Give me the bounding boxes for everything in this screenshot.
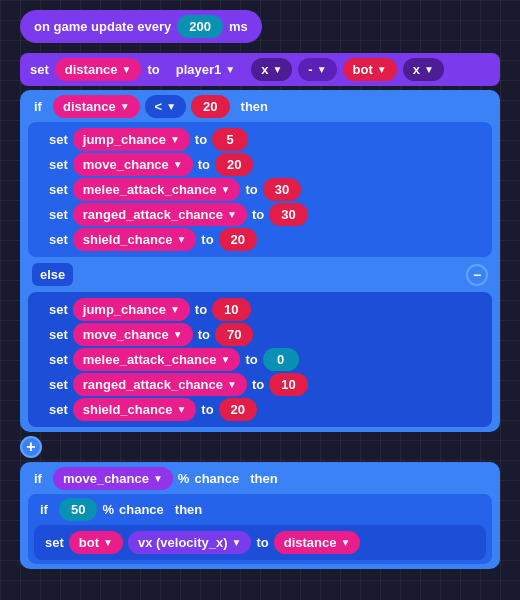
else-collapse-btn[interactable]: − (466, 264, 488, 286)
x-pill-1[interactable]: x ▼ (251, 58, 292, 81)
distance-pill[interactable]: distance ▼ (55, 58, 142, 81)
melee-chance-val-if[interactable]: 30 (263, 178, 301, 201)
add-block-row: + (20, 436, 500, 458)
add-block-btn[interactable]: + (20, 436, 42, 458)
ranged-chance-pill-else[interactable]: ranged_attack_chance ▼ (73, 373, 247, 396)
if-distance-block: if distance ▼ < ▼ 20 then set jump_chanc… (20, 90, 500, 432)
vx-pill[interactable]: vx (velocity_x) ▼ (128, 531, 252, 554)
lt-op-pill[interactable]: < ▼ (145, 95, 187, 118)
set-bot-vx-row: set bot ▼ vx (velocity_x) ▼ to distance … (34, 525, 486, 560)
set-ranged-chance-else: set ranged_attack_chance ▼ to 10 (34, 373, 486, 396)
shield-chance-val-else[interactable]: 20 (219, 398, 257, 421)
top-bar-row: on game update every 200 ms (20, 10, 500, 49)
jump-chance-pill-else[interactable]: jump_chance ▼ (73, 298, 190, 321)
ranged-chance-pill-if[interactable]: ranged_attack_chance ▼ (73, 203, 247, 226)
on-game-update-label: on game update every (34, 19, 171, 34)
if-body-container: set jump_chance ▼ to 5 set move_chance ▼… (28, 122, 492, 257)
bot-pill[interactable]: bot ▼ (343, 58, 397, 81)
move-chance-val-if[interactable]: 20 (215, 153, 253, 176)
if-header-row: if distance ▼ < ▼ 20 then (28, 95, 492, 118)
minus-pill[interactable]: - ▼ (298, 58, 336, 81)
shield-chance-pill-if[interactable]: shield_chance ▼ (73, 228, 197, 251)
set-shield-chance-row: set shield_chance ▼ to 20 (34, 228, 486, 251)
distance-result-pill[interactable]: distance ▼ (274, 531, 361, 554)
ms-label: ms (229, 19, 248, 34)
set-melee-chance-row: set melee_attack_chance ▼ to 30 (34, 178, 486, 201)
move-chance-pill-if[interactable]: move_chance ▼ (73, 153, 193, 176)
player1-pill[interactable]: player1 ▼ (166, 58, 245, 81)
if-50-chance-block: if 50 % chance then set bot ▼ vx (veloci… (28, 494, 492, 564)
shield-chance-pill-else[interactable]: shield_chance ▼ (73, 398, 197, 421)
distance-value[interactable]: 20 (191, 95, 229, 118)
shield-chance-val-if[interactable]: 20 (219, 228, 257, 251)
set-bot-vx-inner: set bot ▼ vx (velocity_x) ▼ to distance … (40, 531, 480, 554)
update-interval-value[interactable]: 200 (177, 15, 223, 38)
jump-chance-pill-if[interactable]: jump_chance ▼ (73, 128, 190, 151)
set-distance-row: set distance ▼ to player1 ▼ x ▼ - ▼ bot … (20, 53, 500, 86)
set-kw-distance: set (30, 62, 49, 77)
move-chance-cond-pill[interactable]: move_chance ▼ (53, 467, 173, 490)
distance-cond-pill[interactable]: distance ▼ (53, 95, 140, 118)
jump-chance-val-else[interactable]: 10 (212, 298, 250, 321)
set-move-chance-else: set move_chance ▼ to 70 (34, 323, 486, 346)
ranged-chance-val-else[interactable]: 10 (269, 373, 307, 396)
if-move-chance-block: if move_chance ▼ % chance then if 50 % c… (20, 462, 500, 569)
else-header-row: else − (28, 260, 492, 289)
set-move-chance-row: set move_chance ▼ to 20 (34, 153, 486, 176)
bot-pill-vx[interactable]: bot ▼ (69, 531, 123, 554)
move-chance-pill-else[interactable]: move_chance ▼ (73, 323, 193, 346)
jump-chance-val-if[interactable]: 5 (212, 128, 248, 151)
else-body-container: set jump_chance ▼ to 10 set move_chance … (28, 292, 492, 427)
on-game-update-block[interactable]: on game update every 200 ms (20, 10, 262, 43)
set-melee-chance-else: set melee_attack_chance ▼ to 0 (34, 348, 486, 371)
melee-chance-pill-if[interactable]: melee_attack_chance ▼ (73, 178, 241, 201)
if-50-chance-header: if 50 % chance then (34, 498, 486, 521)
set-jump-chance-row: set jump_chance ▼ to 5 (34, 128, 486, 151)
x-pill-2[interactable]: x ▼ (403, 58, 444, 81)
move-chance-val-else[interactable]: 70 (215, 323, 253, 346)
if-move-chance-header: if move_chance ▼ % chance then (28, 467, 492, 490)
fifty-val[interactable]: 50 (59, 498, 97, 521)
set-ranged-chance-row: set ranged_attack_chance ▼ to 30 (34, 203, 486, 226)
set-shield-chance-else: set shield_chance ▼ to 20 (34, 398, 486, 421)
set-jump-chance-else: set jump_chance ▼ to 10 (34, 298, 486, 321)
melee-chance-pill-else[interactable]: melee_attack_chance ▼ (73, 348, 241, 371)
ranged-chance-val-if[interactable]: 30 (269, 203, 307, 226)
melee-chance-val-else[interactable]: 0 (263, 348, 299, 371)
